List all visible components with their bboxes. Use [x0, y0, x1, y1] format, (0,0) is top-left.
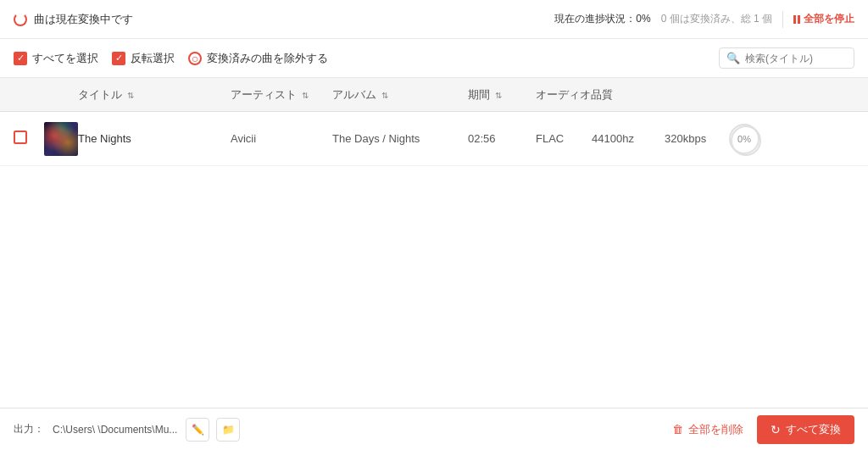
invert-check-mark: ✓: [115, 53, 123, 63]
invert-select-label: 反転選択: [131, 51, 175, 66]
stop-all-button[interactable]: 全部を停止: [793, 12, 854, 26]
progress-detail: 0 個は変換済み、総 1 個: [661, 12, 772, 26]
status-right: 現在の進捗状況：0% 0 個は変換済み、総 1 個 全部を停止: [554, 11, 854, 28]
status-left: 曲は現在変換中です: [14, 12, 133, 27]
exclude-icon: ○: [188, 52, 202, 65]
table-row: The Nights Avicii The Days / Nights 02:5…: [0, 112, 868, 166]
col-header-quality: オーディオ品質: [536, 87, 854, 103]
spinner-icon: [14, 13, 27, 26]
convert-icon: ↻: [771, 423, 781, 436]
track-list: The Nights Avicii The Days / Nights 02:5…: [0, 112, 868, 166]
row-checkbox-icon: [14, 131, 27, 144]
duration-sort-icon: ⇅: [495, 91, 502, 100]
album-art-inner: [44, 122, 78, 156]
output-path: C:\Users\ \Documents\Mu...: [53, 424, 177, 436]
artist-sort-icon: ⇅: [302, 91, 309, 100]
track-quality: FLAC 44100hz 320kbps 0%: [536, 124, 854, 154]
browse-folder-button[interactable]: 📁: [216, 418, 240, 442]
toolbar-right: 🔍: [719, 47, 854, 69]
title-sort-icon: ⇅: [127, 91, 134, 100]
toolbar: ✓ すべてを選択 ✓ 反転選択 ○ 変換済みの曲を除外する 🔍: [0, 39, 868, 78]
search-box[interactable]: 🔍: [719, 47, 854, 69]
col-header-title[interactable]: タイトル ⇅: [78, 87, 231, 103]
progress-label: 現在の進捗状況：0%: [554, 12, 650, 26]
status-text: 曲は現在変換中です: [34, 12, 133, 27]
album-art: [44, 122, 78, 156]
search-icon: 🔍: [726, 52, 740, 64]
quality-kbps: 320kbps: [665, 132, 715, 145]
svg-point-0: [732, 126, 760, 155]
stop-all-label: 全部を停止: [804, 12, 854, 26]
col-header-album[interactable]: アルバム ⇅: [332, 87, 468, 103]
output-label: 出力：: [14, 422, 44, 436]
convert-all-button[interactable]: ↻ すべて変換: [757, 415, 854, 444]
exclude-converted-label: 変換済みの曲を除外する: [207, 51, 328, 66]
col-header-artist[interactable]: アーティスト ⇅: [231, 87, 332, 103]
top-status-bar: 曲は現在変換中です 現在の進捗状況：0% 0 個は変換済み、総 1 個 全部を停…: [0, 0, 868, 39]
select-all-checkbox-icon: ✓: [14, 52, 27, 65]
select-all-label: すべてを選択: [32, 51, 98, 66]
select-all-button[interactable]: ✓ すべてを選択: [14, 51, 98, 66]
toolbar-left: ✓ すべてを選択 ✓ 反転選択 ○ 変換済みの曲を除外する: [14, 51, 702, 66]
invert-select-button[interactable]: ✓ 反転選択: [112, 51, 175, 66]
invert-select-icon: ✓: [112, 52, 125, 65]
bottom-left: 出力： C:\Users\ \Documents\Mu... ✏️ 📁: [14, 418, 240, 442]
column-headers: タイトル ⇅ アーティスト ⇅ アルバム ⇅ 期間 ⇅ オーディオ品質: [0, 78, 868, 112]
track-artist: Avicii: [231, 132, 332, 145]
quality-hz: 44100hz: [592, 132, 651, 145]
bottom-right: 🗑 全部を削除 ↻ すべて変換: [672, 415, 854, 444]
bottom-icons: ✏️ 📁: [186, 418, 240, 442]
trash-icon: 🗑: [672, 423, 683, 436]
track-title: The Nights: [78, 132, 231, 145]
track-progress-circle: 0%: [729, 124, 760, 154]
delete-all-button[interactable]: 🗑 全部を削除: [672, 422, 743, 437]
row-thumbnail: [44, 122, 78, 156]
exclude-converted-button[interactable]: ○ 変換済みの曲を除外する: [188, 51, 328, 66]
edit-icon: ✏️: [192, 424, 204, 436]
delete-all-label: 全部を削除: [688, 422, 743, 437]
row-checkbox[interactable]: [14, 131, 44, 147]
col-header-duration[interactable]: 期間 ⇅: [468, 87, 536, 103]
pause-icon: [793, 15, 800, 24]
check-mark: ✓: [17, 53, 25, 63]
bottom-bar: 出力： C:\Users\ \Documents\Mu... ✏️ 📁 🗑 全部…: [0, 408, 868, 450]
search-input[interactable]: [745, 53, 847, 64]
progress-svg: [729, 124, 763, 158]
divider: [782, 11, 783, 28]
quality-format: FLAC: [536, 132, 578, 145]
edit-path-button[interactable]: ✏️: [186, 418, 209, 442]
album-sort-icon: ⇅: [381, 91, 388, 100]
track-album: The Days / Nights: [332, 132, 468, 145]
folder-icon: 📁: [222, 424, 235, 436]
track-duration: 02:56: [468, 132, 536, 145]
convert-all-label: すべて変換: [786, 422, 841, 437]
